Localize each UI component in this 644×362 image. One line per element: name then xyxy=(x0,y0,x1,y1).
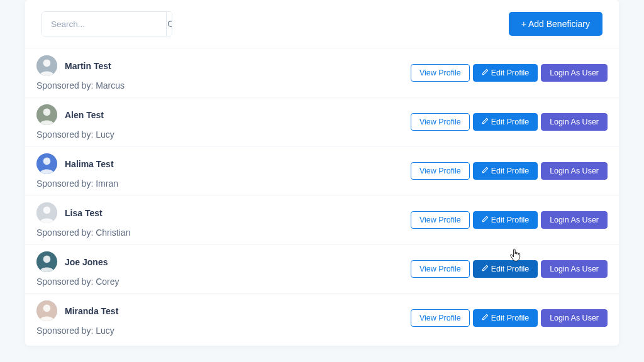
row-actions: View Profile Edit Profile Login As User xyxy=(411,260,608,278)
sponsored-by: Sponsored by: Imran xyxy=(36,178,118,189)
beneficiary-name: Lisa Test xyxy=(65,208,103,218)
beneficiary-name: Alen Test xyxy=(65,110,104,120)
pencil-icon xyxy=(482,216,489,224)
view-profile-button[interactable]: View Profile xyxy=(411,211,470,229)
row-actions: View Profile Edit Profile Login As User xyxy=(411,309,608,327)
login-as-user-button[interactable]: Login As User xyxy=(541,64,608,82)
svg-point-5 xyxy=(43,109,51,116)
beneficiary-name: Martin Test xyxy=(65,61,111,71)
search-icon xyxy=(167,19,172,29)
search-input[interactable] xyxy=(42,12,166,36)
sponsored-by: Sponsored by: Lucy xyxy=(36,129,114,140)
row-left: Alen Test Sponsored by: Lucy xyxy=(36,104,114,140)
pencil-icon xyxy=(482,69,489,77)
name-line: Joe Jones xyxy=(36,251,119,272)
svg-point-9 xyxy=(43,207,51,214)
avatar xyxy=(36,104,57,125)
login-as-user-button[interactable]: Login As User xyxy=(541,211,608,229)
search-wrap xyxy=(42,11,172,36)
svg-point-13 xyxy=(43,305,51,312)
beneficiary-name: Miranda Test xyxy=(65,306,118,316)
svg-point-7 xyxy=(43,158,51,165)
row-actions: View Profile Edit Profile Login As User xyxy=(411,113,608,131)
row-actions: View Profile Edit Profile Login As User xyxy=(411,162,608,180)
list-item: Joe Jones Sponsored by: Corey View Profi… xyxy=(25,244,619,293)
list-item: Martin Test Sponsored by: Marcus View Pr… xyxy=(25,48,619,97)
row-actions: View Profile Edit Profile Login As User xyxy=(411,211,608,229)
row-left: Halima Test Sponsored by: Imran xyxy=(36,153,118,189)
pencil-icon xyxy=(482,167,489,175)
avatar xyxy=(36,202,57,223)
edit-label: Edit Profile xyxy=(491,314,529,322)
sponsored-by: Sponsored by: Christian xyxy=(36,228,130,238)
list-item: Alen Test Sponsored by: Lucy View Profil… xyxy=(25,97,619,146)
edit-profile-button[interactable]: Edit Profile xyxy=(473,260,538,278)
add-beneficiary-button[interactable]: + Add Beneficiary xyxy=(509,12,602,36)
name-line: Martin Test xyxy=(36,55,125,76)
list-item: Lisa Test Sponsored by: Christian View P… xyxy=(25,195,619,244)
sponsored-by: Sponsored by: Corey xyxy=(36,277,119,287)
row-left: Martin Test Sponsored by: Marcus xyxy=(36,55,125,90)
avatar xyxy=(36,251,57,272)
login-as-user-button[interactable]: Login As User xyxy=(541,162,608,180)
name-line: Miranda Test xyxy=(36,300,118,321)
edit-label: Edit Profile xyxy=(491,69,529,77)
row-left: Miranda Test Sponsored by: Lucy xyxy=(36,300,118,336)
edit-label: Edit Profile xyxy=(491,118,529,126)
edit-profile-button[interactable]: Edit Profile xyxy=(473,113,538,131)
row-actions: View Profile Edit Profile Login As User xyxy=(411,64,608,82)
sponsored-by: Sponsored by: Marcus xyxy=(36,80,125,90)
view-profile-button[interactable]: View Profile xyxy=(411,64,470,82)
name-line: Halima Test xyxy=(36,153,118,174)
beneficiary-card: + Add Beneficiary Martin Test Sponsored … xyxy=(25,0,619,346)
list-item: Halima Test Sponsored by: Imran View Pro… xyxy=(25,146,619,195)
edit-profile-button[interactable]: Edit Profile xyxy=(473,309,538,327)
svg-point-3 xyxy=(43,60,51,67)
beneficiary-name: Halima Test xyxy=(65,159,114,169)
name-line: Alen Test xyxy=(36,104,114,125)
edit-label: Edit Profile xyxy=(491,167,529,175)
row-left: Joe Jones Sponsored by: Corey xyxy=(36,251,119,287)
sponsored-by: Sponsored by: Lucy xyxy=(36,326,118,336)
beneficiary-name: Joe Jones xyxy=(65,257,108,267)
svg-point-11 xyxy=(43,256,51,263)
login-as-user-button[interactable]: Login As User xyxy=(541,260,608,278)
avatar xyxy=(36,55,57,76)
row-left: Lisa Test Sponsored by: Christian xyxy=(36,202,130,238)
avatar xyxy=(36,153,57,174)
view-profile-button[interactable]: View Profile xyxy=(411,309,470,327)
edit-profile-button[interactable]: Edit Profile xyxy=(473,162,538,180)
search-button[interactable] xyxy=(166,12,172,36)
pencil-icon xyxy=(482,314,489,322)
avatar xyxy=(36,300,57,321)
edit-profile-button[interactable]: Edit Profile xyxy=(473,64,538,82)
pencil-icon xyxy=(482,265,489,273)
view-profile-button[interactable]: View Profile xyxy=(411,260,470,278)
pencil-icon xyxy=(482,118,489,126)
login-as-user-button[interactable]: Login As User xyxy=(541,309,608,327)
login-as-user-button[interactable]: Login As User xyxy=(541,113,608,131)
list-item: Miranda Test Sponsored by: Lucy View Pro… xyxy=(25,293,619,342)
view-profile-button[interactable]: View Profile xyxy=(411,162,470,180)
edit-label: Edit Profile xyxy=(491,216,529,224)
toolbar: + Add Beneficiary xyxy=(25,0,619,48)
edit-label: Edit Profile xyxy=(491,265,529,273)
name-line: Lisa Test xyxy=(36,202,130,223)
edit-profile-button[interactable]: Edit Profile xyxy=(473,211,538,229)
view-profile-button[interactable]: View Profile xyxy=(411,113,470,131)
svg-point-0 xyxy=(169,21,173,26)
